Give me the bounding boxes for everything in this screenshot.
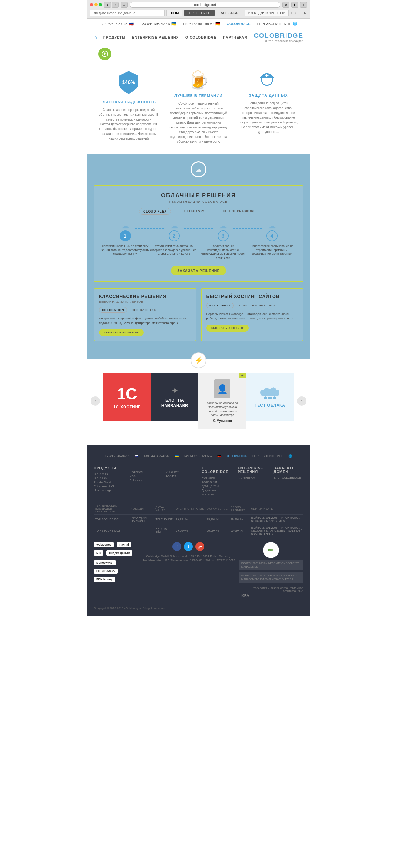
- footer-brand: COLOBRDIGE: [226, 454, 248, 458]
- footer-link-private-cloud[interactable]: Private Cloud: [94, 480, 123, 484]
- share-btn[interactable]: ⬆: [291, 2, 298, 8]
- footer-link-colocation[interactable]: Colocation: [130, 479, 159, 482]
- slide-test-cloud[interactable]: ТЕСТ ОБЛАКА: [246, 373, 294, 429]
- hosting-tab-vvds[interactable]: VVDS: [238, 304, 248, 307]
- classic-order-button[interactable]: ЗАКАЗАТЬ РЕШЕНИЕ: [99, 329, 144, 336]
- table-header-certs: СЕРТИФИКАТЫ: [250, 503, 303, 515]
- slide-review[interactable]: ★ 👤 Отдельное спасибо за Ваш индивидуаль…: [198, 373, 246, 429]
- step3-number: 3: [218, 230, 229, 241]
- dot-maximize[interactable]: [99, 3, 102, 6]
- phone-ru[interactable]: +7 495 646-87-95 🇷🇺: [100, 21, 134, 26]
- footer-products-title: ПРОДУКТЫ: [94, 466, 123, 470]
- footer-link-docs[interactable]: Документы: [202, 489, 231, 492]
- hosting-tab-vps[interactable]: VPS-OPENVZ: [206, 303, 234, 308]
- dot-minimize[interactable]: [94, 3, 97, 6]
- footer-contact-bar: +7 495 646-87-95 🇷🇺 +38 044 393-42-46 🇺🇦…: [94, 451, 303, 461]
- step2-cloud-icon: ☁: [149, 221, 198, 230]
- nav-back[interactable]: ‹: [104, 2, 111, 8]
- footer-link-cloud-flex[interactable]: Cloud Flex: [94, 476, 123, 480]
- nav-home[interactable]: ⌂: [121, 2, 128, 8]
- features-section: 146% ВЫСОКАЯ НАДЕЖНОСТЬ Самое главное: с…: [87, 60, 310, 154]
- url-bar[interactable]: colobridge.net: [130, 2, 280, 8]
- slider-next[interactable]: ›: [297, 396, 307, 406]
- review-badge: ★: [238, 373, 246, 378]
- check-domain-button[interactable]: ПРОВЕРИТЬ: [184, 10, 215, 16]
- refresh-btn[interactable]: ↻: [282, 2, 289, 8]
- hosting-tab-bitrix[interactable]: БИТРИКС VPS: [252, 304, 276, 307]
- hosting-title: БЫСТРЫЙ ХОСТИНГ САЙТОВ: [206, 294, 298, 299]
- footer-address: Colobridge GmbH Scharfe Lande 109-113, 1…: [139, 554, 238, 563]
- footer-right-col: eco ISO/IEC 27001:2005 – INFORMATION SEC…: [238, 542, 303, 598]
- brand-colobrdige[interactable]: COLOBRDIGE: [227, 22, 251, 26]
- cloud-order-button[interactable]: ЗАКАЗАТЬ РЕШЕНИЕ: [171, 266, 226, 275]
- footer-link-blog[interactable]: БЛОГ COLOBRIDGE: [274, 476, 303, 479]
- feature-dataprotect-text: Ваши данные под защитой европейского зак…: [238, 101, 299, 134]
- footer-callback[interactable]: ПЕРЕЗВОНИТЕ МНЕ: [252, 454, 283, 458]
- nav-partners[interactable]: ПАРТНЕРАМ: [223, 35, 248, 39]
- footer-phone-ua[interactable]: +38 044 393-42-46: [143, 454, 170, 458]
- review-person-photo: 👤: [215, 379, 230, 399]
- domain-ext-selector[interactable]: .COM: [166, 9, 182, 17]
- social-googleplus[interactable]: g+: [195, 542, 204, 551]
- nav-home-icon[interactable]: ⌂: [94, 35, 97, 40]
- slider-prev[interactable]: ‹: [90, 396, 100, 406]
- client-login-btn[interactable]: ВХОД ДЛЯ КЛИЕНТОВ: [245, 9, 289, 17]
- footer-link-partners[interactable]: ПАРТНЕРАМ: [237, 476, 267, 479]
- social-facebook[interactable]: f: [172, 542, 181, 551]
- browser-chrome: ‹ › ⌂ colobridge.net ↻ ⬆ + .COM ПРОВЕРИТ…: [87, 0, 310, 19]
- nav-forward[interactable]: ›: [112, 2, 119, 8]
- svg-text:146%: 146%: [122, 80, 135, 85]
- footer-link-cloud-storage[interactable]: cloud Storage: [94, 489, 123, 492]
- footer-col-enterprise: ENTERPRISE РЕШЕНИЯ ПАРТНЕРАМ: [237, 466, 267, 497]
- footer-col-products: ПРОДУКТЫ Cloud VDS Cloud Flex Private Cl…: [94, 466, 123, 497]
- domain-input[interactable]: [90, 9, 165, 17]
- footer-link-cloud-vds[interactable]: Cloud VDS: [94, 472, 123, 475]
- nav-products[interactable]: ПРОДУКТЫ: [103, 35, 126, 39]
- footer-link-dedicated[interactable]: Dedicated: [130, 470, 159, 474]
- payment-yandex: Яндекс Деньги: [106, 551, 133, 556]
- dot-close[interactable]: [90, 3, 93, 6]
- classic-solutions-box: КЛАССИЧЕСКИЕ РЕШЕНИЯ ВЫБОР НАШИХ КЛИЕНТО…: [94, 288, 196, 341]
- dc1-name: TOP SECURE DC1: [94, 514, 130, 524]
- footer-phone-de[interactable]: +49 6172 981-99-67: [183, 454, 212, 458]
- social-links: f t g+: [139, 542, 238, 551]
- cloud-tab-vps[interactable]: CLOUD VPS: [180, 208, 209, 215]
- footer-link-vds-bitrix[interactable]: VDS Bitrix: [166, 470, 195, 474]
- hosting-select-button[interactable]: ВЫБРАТЬ ХОСТИНГ: [206, 324, 249, 332]
- step4-cloud-icon: ☁: [248, 221, 296, 230]
- feature-reliability-text: Самое главное: серверы надежней обычных …: [98, 107, 159, 141]
- cloud-tab-premium[interactable]: CLOUD PREMIUM: [219, 208, 258, 215]
- classic-tab-dedicate[interactable]: DEDICATE X16: [132, 308, 156, 312]
- promo-badge[interactable]: [98, 48, 111, 60]
- footer-link-enterprise-iaas[interactable]: Entreprise IAAS: [94, 485, 123, 488]
- phone-de[interactable]: +49 6172 981-99-67 🇩🇪: [182, 21, 220, 26]
- footer-link-1c-vds[interactable]: 1C-VDS: [166, 475, 195, 478]
- cloud-tab-flex[interactable]: CLOUD FLEX: [139, 208, 171, 215]
- slide-blog[interactable]: ✦ БЛОГ НА HABRAHABR: [151, 373, 198, 429]
- footer-link-tech[interactable]: Технологии: [202, 480, 231, 484]
- classic-tab-colocation[interactable]: COLOCATION: [99, 307, 127, 313]
- footer-link-company[interactable]: Компания: [202, 476, 231, 479]
- footer-link-contacts[interactable]: Контакты: [202, 493, 231, 496]
- lang-ru[interactable]: RU: [291, 11, 296, 15]
- callback-button[interactable]: ПЕРЕЗВОНИТЕ МНЕ 🌐: [257, 22, 297, 26]
- lang-en[interactable]: EN: [302, 11, 307, 15]
- social-twitter[interactable]: t: [184, 542, 193, 551]
- plus-btn[interactable]: +: [300, 2, 307, 8]
- feature-germany-text: Colobridge – единственный русскоязычный …: [168, 101, 229, 144]
- footer-link-datacenters[interactable]: Дата центры: [202, 485, 231, 488]
- language-switcher[interactable]: RU | EN: [291, 11, 307, 15]
- order-link[interactable]: ВАШ ЗАКАЗ: [217, 10, 243, 16]
- dc1-location: ФРАНКФУРТ-НА-МАЙНЕ: [130, 514, 154, 524]
- payment-moneymail: Money✉Mail: [94, 560, 116, 565]
- footer-phone-ru[interactable]: +7 495 646-87-95: [105, 454, 130, 458]
- slide-1c[interactable]: 1С 1С-ХОСТИНГ: [103, 373, 151, 429]
- footer-link-vds[interactable]: VDS: [130, 475, 159, 478]
- blog-icon: ✦: [171, 385, 179, 396]
- cloud-solutions-section: ОБЛАЧНЫЕ РЕШЕНИЯ РЕКОМЕНДАЦИЯ COLOBRIDGE…: [87, 176, 310, 351]
- classic-title: КЛАССИЧЕСКИЕ РЕШЕНИЯ: [99, 294, 191, 299]
- nav-about[interactable]: О COLOBRIDGE: [186, 35, 217, 39]
- dc1-cert: ISO/IEC 27001:2005 – INFORMATION SECURIT…: [250, 514, 303, 524]
- phone-ua[interactable]: +38 044 393-42-46 🇺🇦: [140, 21, 176, 26]
- nav-enterprise[interactable]: ENTERPRISE РЕШЕНИЯ: [132, 35, 179, 39]
